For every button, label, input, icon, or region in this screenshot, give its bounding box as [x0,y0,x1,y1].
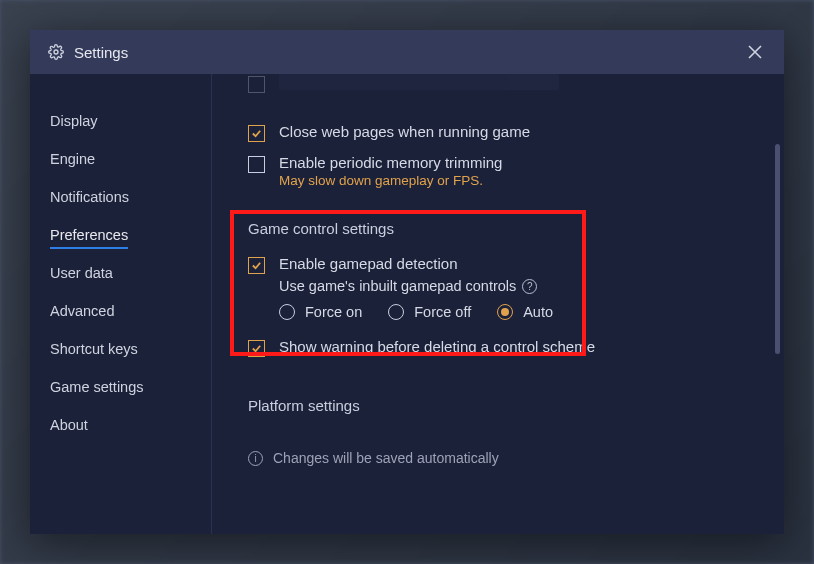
sidebar-item-shortcut-keys[interactable]: Shortcut keys [30,330,211,368]
option-enable-gamepad: Enable gamepad detection Use game's inbu… [248,249,748,326]
option-row-cutoff [248,74,748,99]
sidebar: Display Engine Notifications Preferences… [30,74,212,534]
settings-content: Close web pages when running game Enable… [212,74,784,534]
sidebar-item-preferences[interactable]: Preferences [30,216,211,254]
checkbox-enable-gamepad[interactable] [248,257,265,274]
scrollbar-thumb[interactable] [775,144,780,354]
option-label: Show warning before deleting a control s… [279,338,595,355]
footer-note: i Changes will be saved automatically [248,450,748,466]
modal-title: Settings [74,44,128,61]
sidebar-item-display[interactable]: Display [30,102,211,140]
sidebar-item-user-data[interactable]: User data [30,254,211,292]
sidebar-item-about[interactable]: About [30,406,211,444]
close-button[interactable] [744,41,766,63]
titlebar: Settings [30,30,784,74]
checkbox-periodic-trimming[interactable] [248,156,265,173]
gear-icon [48,44,64,60]
radio-force-off[interactable]: Force off [388,304,471,320]
section-game-control: Game control settings [248,220,748,237]
option-label: Close web pages when running game [279,123,530,140]
option-label: Enable gamepad detection [279,255,748,272]
radio-force-on[interactable]: Force on [279,304,362,320]
settings-modal: Settings Display Engine Notifications Pr… [30,30,784,534]
sub-label-inbuilt: Use game's inbuilt gamepad controls ? [279,278,748,294]
radio-group-gamepad-mode: Force on Force off Auto [279,304,748,320]
info-icon: i [248,451,263,466]
option-close-web-pages: Close web pages when running game [248,117,748,148]
option-label: Enable periodic memory trimming [279,154,502,171]
option-warning: May slow down gameplay or FPS. [279,173,502,188]
option-show-warning: Show warning before deleting a control s… [248,332,748,363]
checkbox[interactable] [248,76,265,93]
radio-auto[interactable]: Auto [497,304,553,320]
help-icon[interactable]: ? [522,279,537,294]
checkbox-show-warning[interactable] [248,340,265,357]
svg-point-0 [54,50,58,54]
section-platform: Platform settings [248,397,748,414]
checkbox-close-web-pages[interactable] [248,125,265,142]
sidebar-item-engine[interactable]: Engine [30,140,211,178]
sidebar-item-game-settings[interactable]: Game settings [30,368,211,406]
sidebar-item-notifications[interactable]: Notifications [30,178,211,216]
option-periodic-trimming: Enable periodic memory trimming May slow… [248,148,748,194]
sidebar-item-advanced[interactable]: Advanced [30,292,211,330]
